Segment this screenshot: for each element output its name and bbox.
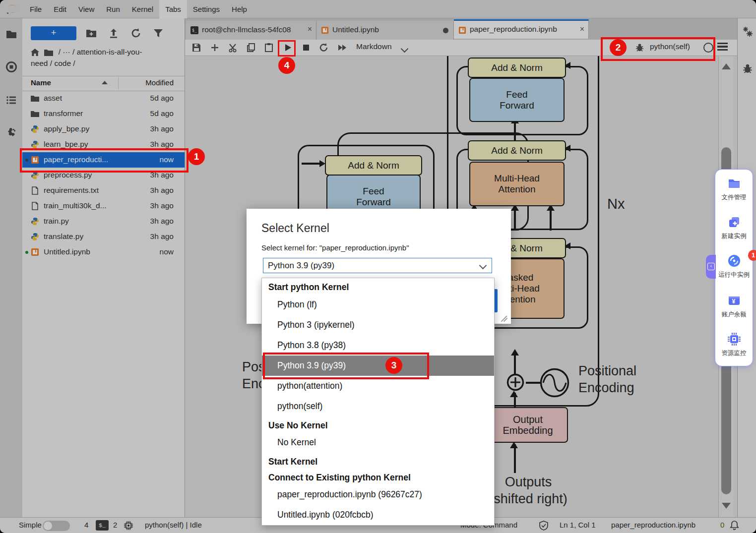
kernel-group-header: Use No Kernel xyxy=(262,417,494,434)
annotation-badge-1: 1 xyxy=(188,148,205,165)
running-instance-icon xyxy=(727,254,741,268)
new-instance-icon xyxy=(727,215,741,229)
kernel-option[interactable]: Python 3 (ipykernel) xyxy=(262,315,494,335)
kernel-option[interactable]: python(self) xyxy=(262,396,494,416)
kernel-option[interactable]: No Kernel xyxy=(262,432,494,453)
kernel-option[interactable]: Untitled.ipynb (020fcbcb) xyxy=(262,505,494,525)
kernel-option[interactable]: paper_reproduction.ipynb (96267c27) xyxy=(262,484,494,505)
panel-item-running-instances[interactable]: 1 运行中实例 xyxy=(715,254,753,279)
annotation-box-4 xyxy=(278,40,296,57)
chevron-down-icon xyxy=(479,262,487,270)
kernel-option[interactable]: Python (lf) xyxy=(262,295,494,315)
annotation-badge-4: 4 xyxy=(278,57,295,74)
svg-text:¥: ¥ xyxy=(732,298,735,305)
panel-item-account-balance[interactable]: ¥ 账户余额 xyxy=(715,294,753,319)
dialog-label: Select kernel for: "paper_reproduction.i… xyxy=(261,243,409,252)
kernel-group-header: Start python Kernel xyxy=(262,279,494,296)
kernel-select-dropdown[interactable]: Python 3.9 (py39) xyxy=(263,258,492,273)
folder-icon xyxy=(727,177,741,190)
wallet-yuan-icon: ¥ xyxy=(727,294,741,307)
annotation-badge-2: 2 xyxy=(610,39,627,56)
kernel-group-header: Start Kernel xyxy=(262,454,494,470)
dialog-title: Select Kernel xyxy=(261,222,329,235)
panel-collapse-handle[interactable]: ‹ xyxy=(706,255,716,279)
running-count-badge: 1 xyxy=(748,250,756,261)
dialog-resize-handle[interactable] xyxy=(499,314,509,322)
cpu-chip-icon xyxy=(727,332,741,346)
cloud-tools-panel: 文件管理 新建实例 1 运行中实例 ¥ 账户余额 资源监控 ‹ xyxy=(715,169,753,366)
annotation-box-1 xyxy=(20,148,189,173)
annotation-box-3 xyxy=(263,353,429,379)
annotation-badge-3: 3 xyxy=(385,357,402,374)
panel-item-resource-monitor[interactable]: 资源监控 xyxy=(715,332,753,357)
kernel-options-list: Start python Kernel Python (lf) Python 3… xyxy=(261,278,495,526)
jupyterlab-window: File Edit View Run Kernel Tabs Settings … xyxy=(0,0,756,533)
kernel-group-header: Connect to Existing python Kernel xyxy=(262,470,494,486)
panel-item-new-instance[interactable]: 新建实例 xyxy=(715,215,753,240)
panel-item-file-management[interactable]: 文件管理 xyxy=(715,177,753,202)
